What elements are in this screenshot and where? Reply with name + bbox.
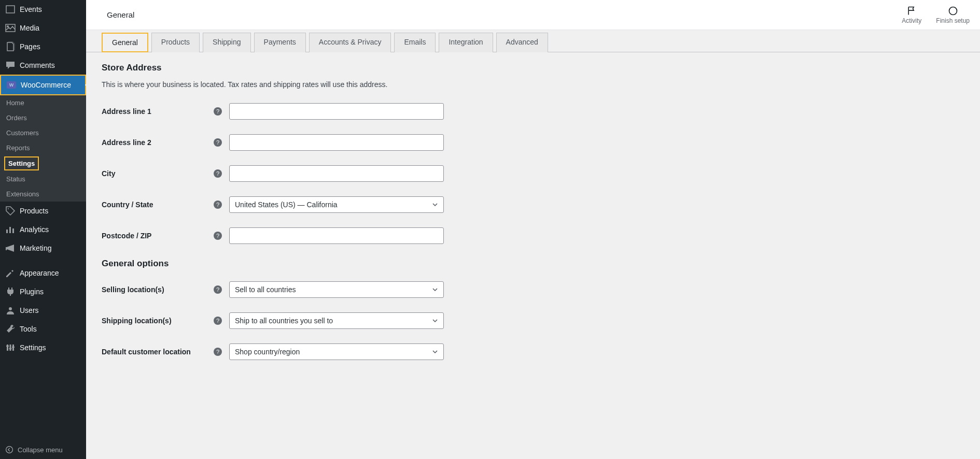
- sidebar-item-events[interactable]: Events: [0, 0, 86, 19]
- submenu-extensions[interactable]: Extensions: [0, 187, 86, 202]
- sidebar-item-users[interactable]: Users: [0, 301, 86, 320]
- sidebar-label: Plugins: [20, 288, 44, 296]
- pages-icon: [5, 41, 16, 52]
- circle-icon: [948, 6, 958, 16]
- country-state-label: Country / State: [102, 200, 214, 209]
- tab-general[interactable]: General: [102, 33, 148, 52]
- activity-button[interactable]: Activity: [902, 6, 921, 24]
- svg-rect-3: [9, 227, 11, 233]
- woo-icon: W: [6, 80, 17, 90]
- svg-rect-6: [7, 345, 8, 351]
- submenu-home[interactable]: Home: [0, 95, 86, 110]
- analytics-icon: [5, 224, 16, 235]
- submenu-reports[interactable]: Reports: [0, 140, 86, 155]
- sidebar-label: Analytics: [20, 225, 49, 234]
- svg-rect-11: [12, 347, 15, 348]
- address1-label: Address line 1: [102, 107, 214, 116]
- svg-point-12: [6, 447, 13, 453]
- svg-point-0: [7, 25, 9, 27]
- sidebar-item-marketing[interactable]: Marketing: [0, 239, 86, 257]
- flag-icon: [906, 6, 917, 16]
- main-panel: General Activity Finish setup General Pr…: [86, 0, 980, 459]
- sidebar-label: Media: [20, 24, 39, 32]
- svg-point-13: [949, 7, 957, 15]
- sidebar-item-media[interactable]: Media: [0, 19, 86, 37]
- plugins-icon: [5, 286, 16, 297]
- sidebar-item-woocommerce[interactable]: W WooCommerce: [0, 75, 86, 95]
- chevron-down-icon: [432, 202, 438, 208]
- store-address-heading: Store Address: [102, 63, 970, 73]
- default-customer-location-value: Shop country/region: [235, 348, 300, 356]
- svg-point-5: [9, 307, 12, 310]
- sidebar-item-analytics[interactable]: Analytics: [0, 220, 86, 239]
- tools-icon: [5, 324, 16, 334]
- help-icon[interactable]: ?: [214, 200, 222, 209]
- comments-icon: [5, 60, 16, 70]
- city-label: City: [102, 169, 214, 178]
- address1-input[interactable]: [229, 103, 444, 120]
- admin-sidebar: Events Media Pages Comments W WooCommerc…: [0, 0, 86, 459]
- help-icon[interactable]: ?: [214, 107, 222, 116]
- chevron-down-icon: [432, 318, 438, 324]
- sidebar-label: Products: [20, 207, 48, 215]
- settings-content: Store Address This is where your busines…: [86, 52, 980, 370]
- address2-label: Address line 2: [102, 138, 214, 147]
- tab-accounts-privacy[interactable]: Accounts & Privacy: [309, 33, 391, 52]
- page-title: General: [107, 10, 134, 19]
- sidebar-label: Marketing: [20, 244, 51, 252]
- tab-integration[interactable]: Integration: [439, 33, 493, 52]
- activity-label: Activity: [902, 17, 921, 24]
- chevron-down-icon: [432, 286, 438, 293]
- country-state-value: United States (US) — California: [235, 200, 338, 209]
- products-icon: [5, 206, 16, 216]
- selling-locations-value: Sell to all countries: [235, 285, 296, 294]
- finish-setup-button[interactable]: Finish setup: [936, 6, 970, 24]
- settings-icon: [5, 342, 16, 353]
- default-customer-location-label: Default customer location: [102, 348, 214, 356]
- sidebar-label: Users: [20, 306, 39, 314]
- country-state-select[interactable]: United States (US) — California: [229, 196, 444, 213]
- default-customer-location-select[interactable]: Shop country/region: [229, 343, 444, 360]
- help-icon[interactable]: ?: [214, 169, 222, 178]
- tab-products[interactable]: Products: [151, 33, 200, 52]
- postcode-input[interactable]: [229, 227, 444, 244]
- tab-advanced[interactable]: Advanced: [496, 33, 548, 52]
- submenu-status[interactable]: Status: [0, 171, 86, 187]
- sidebar-label: WooCommerce: [21, 81, 71, 89]
- selling-locations-select[interactable]: Sell to all countries: [229, 281, 444, 298]
- tab-emails[interactable]: Emails: [394, 33, 436, 52]
- submenu-orders[interactable]: Orders: [0, 110, 86, 125]
- city-input[interactable]: [229, 165, 444, 182]
- help-icon[interactable]: ?: [214, 232, 222, 240]
- collapse-menu[interactable]: Collapse menu: [0, 440, 86, 459]
- settings-tabs: General Products Shipping Payments Accou…: [86, 30, 980, 52]
- sidebar-item-comments[interactable]: Comments: [0, 56, 86, 75]
- finish-setup-label: Finish setup: [936, 17, 970, 24]
- collapse-icon: [5, 446, 13, 454]
- sidebar-label: Comments: [20, 61, 55, 69]
- sidebar-item-appearance[interactable]: Appearance: [0, 264, 86, 282]
- sidebar-label: Pages: [20, 42, 40, 51]
- svg-rect-9: [6, 346, 9, 347]
- svg-rect-10: [9, 348, 12, 349]
- help-icon[interactable]: ?: [214, 348, 222, 356]
- submenu-settings[interactable]: Settings: [4, 156, 39, 170]
- sidebar-label: Settings: [20, 343, 46, 352]
- help-icon[interactable]: ?: [214, 138, 222, 147]
- svg-rect-7: [10, 345, 11, 351]
- help-icon[interactable]: ?: [214, 285, 222, 294]
- sidebar-item-products[interactable]: Products: [0, 202, 86, 220]
- help-icon[interactable]: ?: [214, 317, 222, 325]
- shipping-locations-value: Ship to all countries you sell to: [235, 317, 333, 325]
- woocommerce-submenu: Home Orders Customers Reports Settings S…: [0, 95, 86, 202]
- sidebar-item-settings[interactable]: Settings: [0, 338, 86, 357]
- sidebar-item-plugins[interactable]: Plugins: [0, 282, 86, 301]
- tab-shipping[interactable]: Shipping: [203, 33, 251, 52]
- shipping-locations-select[interactable]: Ship to all countries you sell to: [229, 312, 444, 329]
- topbar: General Activity Finish setup: [86, 0, 980, 30]
- tab-payments[interactable]: Payments: [254, 33, 306, 52]
- submenu-customers[interactable]: Customers: [0, 125, 86, 140]
- sidebar-item-pages[interactable]: Pages: [0, 37, 86, 56]
- sidebar-item-tools[interactable]: Tools: [0, 320, 86, 338]
- address2-input[interactable]: [229, 134, 444, 151]
